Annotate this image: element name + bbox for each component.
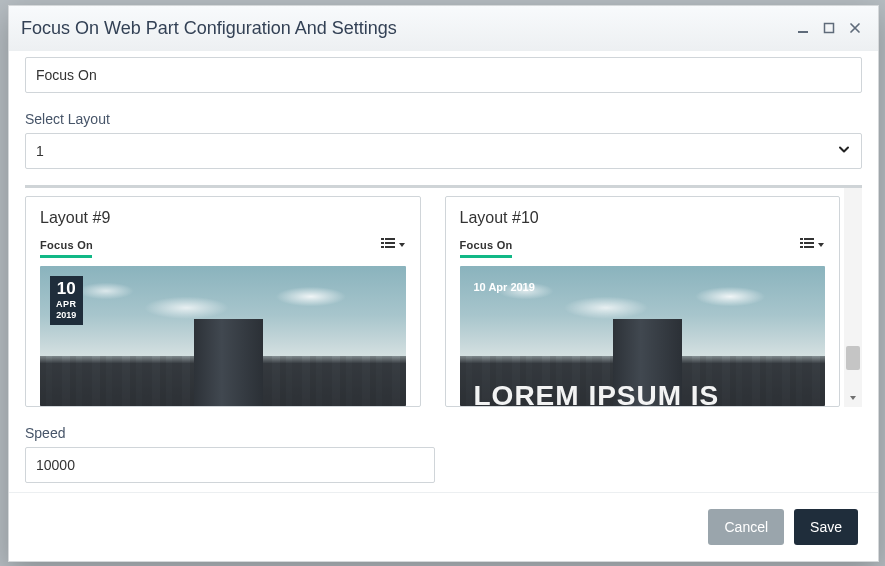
svg-rect-9 [804,238,814,240]
svg-rect-8 [800,238,803,240]
layout-gallery-inner: Layout #9 Focus On [25,196,840,407]
svg-rect-10 [800,242,803,244]
svg-rect-7 [385,246,395,248]
date-badge: 10 APR 2019 [50,276,83,325]
layout-gallery: Layout #9 Focus On [25,185,862,407]
save-button[interactable]: Save [794,509,858,545]
date-day: 10 [56,280,77,297]
select-layout-label: Select Layout [25,111,862,127]
caret-down-icon [398,238,406,252]
svg-rect-3 [385,238,395,240]
hero-text: LOREM IPSUM IS [474,380,720,406]
layout-card-header-text: Focus On [460,239,513,251]
layout-card-title: Layout #10 [460,209,826,227]
select-layout-wrap [25,133,862,169]
svg-rect-0 [798,31,808,33]
svg-rect-5 [385,242,395,244]
dialog-footer: Cancel Save [9,492,878,561]
close-icon[interactable] [844,17,866,39]
layout-preview: 10 APR 2019 [40,266,406,406]
cancel-button[interactable]: Cancel [708,509,784,545]
svg-rect-1 [825,24,834,33]
accent-underline [40,255,92,258]
focus-on-input[interactable] [25,57,862,93]
svg-rect-6 [381,246,384,248]
list-view-toggle[interactable] [800,237,825,252]
svg-rect-4 [381,242,384,244]
accent-underline [460,255,512,258]
dialog-title-text: Focus On Web Part Configuration And Sett… [21,18,788,39]
speed-input[interactable] [25,447,435,483]
layout-preview: 10 Apr 2019 LOREM IPSUM IS [460,266,826,406]
layout-card[interactable]: Layout #10 Focus On [445,196,841,407]
layout-card-header: Focus On [40,237,406,252]
date-month: APR [56,300,77,309]
list-view-toggle[interactable] [381,237,406,252]
layout-scrollbar[interactable] [844,188,862,407]
date-inline: 10 Apr 2019 [474,282,535,293]
caret-down-icon [817,238,825,252]
date-year: 2019 [56,311,77,320]
dialog-titlebar: Focus On Web Part Configuration And Sett… [9,6,878,51]
maximize-icon[interactable] [818,17,840,39]
config-dialog: Focus On Web Part Configuration And Sett… [8,5,879,562]
layout-card-title: Layout #9 [40,209,406,227]
list-icon [381,237,395,252]
list-icon [800,237,814,252]
dialog-body: Select Layout Layout #9 Focus On [9,51,878,492]
scrollbar-thumb[interactable] [846,346,860,370]
speed-label: Speed [25,425,862,441]
layout-card-header: Focus On [460,237,826,252]
svg-rect-11 [804,242,814,244]
scroll-down-icon[interactable] [844,389,862,407]
layout-card-header-text: Focus On [40,239,93,251]
layout-card[interactable]: Layout #9 Focus On [25,196,421,407]
svg-rect-13 [804,246,814,248]
minimize-icon[interactable] [792,17,814,39]
svg-rect-2 [381,238,384,240]
select-layout-dropdown[interactable] [25,133,862,169]
svg-rect-12 [800,246,803,248]
